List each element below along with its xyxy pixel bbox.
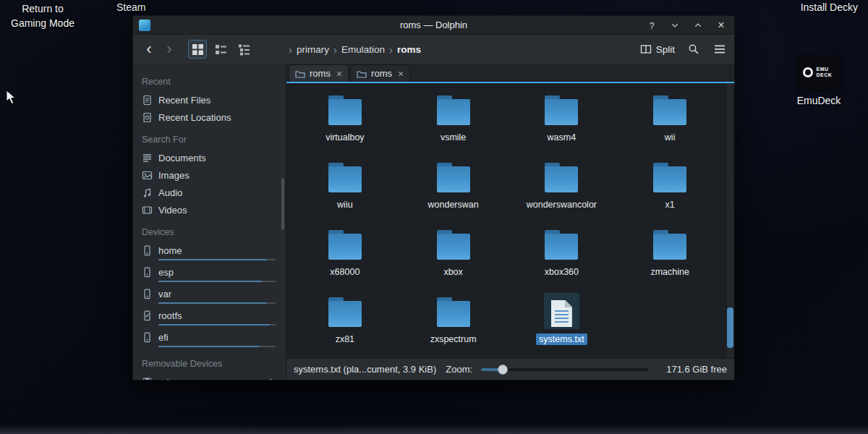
folder-icon	[653, 166, 686, 192]
window-title: roms — Dolphin	[133, 20, 734, 30]
breadcrumb-emulation[interactable]: Emulation	[339, 44, 387, 55]
dolphin-window: roms — Dolphin ? × ‹ ›	[132, 15, 735, 380]
folder-icon	[437, 99, 470, 125]
text-file-icon	[551, 300, 572, 327]
folder-item-zx81[interactable]: zx81	[291, 288, 399, 355]
section-removable-devices: Removable Devices	[142, 359, 286, 369]
places-panel: Recent Recent Files	[133, 64, 286, 380]
sidebar-item-label: Documents	[158, 153, 206, 163]
zoom-slider-handle[interactable]	[498, 365, 508, 375]
zoom-slider[interactable]	[481, 365, 649, 375]
screen-bottom-edge	[0, 425, 868, 434]
folder-item-x68000[interactable]: x68000	[291, 221, 399, 288]
eject-icon[interactable]	[266, 378, 276, 380]
folder-icon	[545, 99, 578, 125]
folder-icon	[328, 301, 362, 327]
icons-view-button[interactable]	[188, 40, 207, 59]
sidebar-item-label: Recent Files	[158, 95, 210, 106]
sidebar-scrollbar[interactable]	[281, 178, 284, 230]
close-button[interactable]: ×	[715, 20, 727, 31]
tab-label: roms	[371, 68, 392, 79]
images-icon	[142, 170, 153, 181]
folder-item-wasm4[interactable]: wasm4	[508, 86, 616, 153]
folder-icon	[328, 99, 362, 125]
back-button[interactable]: ‹	[140, 41, 158, 57]
tab-close-icon[interactable]: ×	[336, 69, 342, 79]
help-button[interactable]: ?	[646, 20, 658, 31]
folder-item-zmachine[interactable]: zmachine	[616, 221, 724, 288]
sidebar-item-label: Videos	[158, 205, 187, 216]
sidebar-item-videos[interactable]: Videos	[142, 201, 286, 218]
chevron-down-icon	[671, 21, 679, 30]
sidebar-item-label: Images	[158, 170, 190, 181]
usage-bar	[158, 346, 276, 347]
folder-icon	[437, 234, 470, 260]
desktop-icon-label-install-decky[interactable]: Install Decky	[801, 1, 858, 13]
sidebar-item-rootfs[interactable]: rootfs	[142, 307, 286, 328]
recent-document-icon	[142, 95, 153, 106]
breadcrumb-primary[interactable]: primary	[294, 44, 331, 55]
status-bar: systems.txt (pla...cument, 3.9 KiB) Zoom…	[286, 358, 734, 380]
details-view-button[interactable]	[234, 40, 253, 59]
tab-roms-inactive[interactable]: roms ×	[350, 64, 410, 82]
search-button[interactable]	[686, 42, 701, 56]
split-icon	[640, 43, 652, 55]
folder-item-x1[interactable]: x1	[616, 153, 724, 221]
desktop-icon-emudeck[interactable]: EMU DECK EmuDeck	[788, 55, 849, 106]
sidebar-item-images[interactable]: Images	[142, 166, 286, 184]
tab-label: roms	[310, 68, 331, 79]
sidebar-item-primary[interactable]: primary	[142, 373, 286, 380]
usage-bar	[158, 302, 276, 304]
emudeck-logo-icon	[803, 67, 813, 77]
folder-item-vsmile[interactable]: vsmile	[399, 86, 508, 153]
sidebar-item-label: esp	[158, 267, 174, 278]
desktop-icon-label-return-to-gaming-mode[interactable]: Return to Gaming Mode	[3, 1, 82, 31]
tab-roms-active[interactable]: roms ×	[289, 64, 349, 82]
folder-item-wiiu[interactable]: wiiu	[291, 153, 399, 221]
sidebar-item-recent-locations[interactable]: Recent Locations	[142, 109, 286, 126]
folder-icon	[437, 166, 470, 192]
folder-item-wonderswancolor[interactable]: wonderswancolor	[508, 153, 616, 221]
breadcrumb-roms[interactable]: roms	[395, 44, 423, 55]
hamburger-icon	[714, 43, 726, 55]
emudeck-label: EmuDeck	[797, 95, 841, 106]
split-button[interactable]: Split	[640, 43, 675, 55]
section-search-for: Search For	[142, 135, 286, 145]
sidebar-item-home[interactable]: home	[142, 242, 286, 263]
folder-icon	[328, 166, 362, 192]
sidebar-item-audio[interactable]: Audio	[142, 184, 286, 201]
drive-icon	[142, 289, 153, 299]
titlebar[interactable]: roms — Dolphin ? ×	[133, 16, 734, 35]
sidebar-item-var[interactable]: var	[142, 285, 286, 307]
minimize-button[interactable]	[669, 20, 681, 31]
folder-icon	[653, 99, 686, 125]
search-icon	[688, 43, 699, 55]
breadcrumb: › primary › Emulation › roms	[286, 43, 423, 56]
maximize-button[interactable]	[692, 20, 704, 31]
sidebar-item-efi[interactable]: efi	[142, 328, 286, 350]
folder-item-xbox[interactable]: xbox	[399, 221, 508, 288]
sidebar-item-label: home	[158, 245, 182, 256]
sidebar-item-recent-files[interactable]: Recent Files	[142, 91, 286, 109]
sidebar-item-documents[interactable]: Documents	[142, 149, 286, 166]
compact-view-button[interactable]	[211, 40, 230, 59]
sidebar-item-label: efi	[158, 332, 169, 343]
return-line1: Return to	[3, 1, 82, 16]
menu-button[interactable]	[712, 42, 727, 56]
sidebar-item-esp[interactable]: esp	[142, 263, 286, 285]
tab-close-icon[interactable]: ×	[398, 69, 404, 79]
folder-item-xbox360[interactable]: xbox360	[508, 221, 616, 288]
file-view-scrollbar-handle[interactable]	[727, 307, 733, 348]
folder-item-wii[interactable]: wii	[616, 86, 724, 153]
folder-item-zxspectrum[interactable]: zxspectrum	[399, 288, 508, 355]
usage-bar	[158, 324, 276, 326]
recent-location-icon	[142, 112, 153, 123]
file-item-systems-txt[interactable]: systems.txt	[508, 288, 616, 355]
folder-item-virtualboy[interactable]: virtualboy	[291, 86, 399, 153]
folder-item-wonderswan[interactable]: wonderswan	[399, 153, 508, 221]
drive-icon	[142, 332, 153, 343]
forward-button[interactable]: ›	[161, 41, 178, 57]
file-view[interactable]: virtualboy vsmile wasm4 wii	[286, 83, 734, 358]
desktop-icon-label-steam[interactable]: Steam	[116, 1, 145, 13]
emudeck-app-icon: EMU DECK	[798, 55, 840, 90]
